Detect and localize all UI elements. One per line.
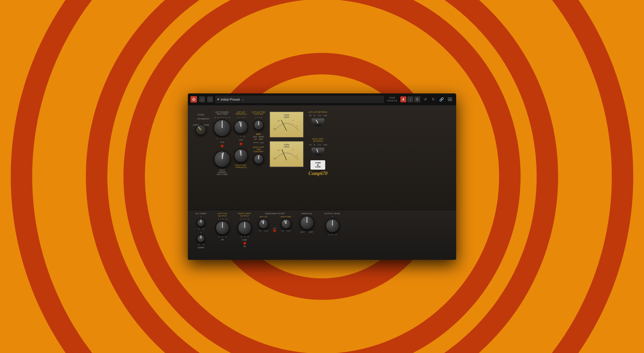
dry-wet-labels: DRY WET — [301, 231, 314, 233]
left-channel-scale-top: 201816141210 — [214, 117, 230, 118]
right-vert-metering-knob-container — [311, 147, 325, 156]
ab-b-button[interactable]: B — [414, 96, 420, 102]
power-icon: ⏻ — [192, 97, 195, 101]
right-vert-output-knob[interactable] — [238, 221, 252, 235]
right-vert-meter-labels: GR IN OUT HAR — [309, 144, 327, 146]
dc-thres-zero2: 0 — [200, 232, 202, 234]
vu-meters-col: -20 -10 0 +3 +6 OVERLOUD — [269, 108, 304, 207]
output-level-knob[interactable] — [325, 219, 339, 233]
gr-label: GR — [309, 115, 312, 117]
dc-thres-zero: 0 — [200, 216, 202, 218]
undo-button[interactable]: ↺ — [422, 96, 428, 102]
left-lat-output-knob[interactable] — [215, 221, 229, 235]
sidechain-knobs-row: LEFT-LAT OFF500Hz LINK — [258, 216, 291, 232]
sidechain-right-vert-knob[interactable] — [281, 219, 291, 229]
sidechain-link-col: LINK — [273, 227, 276, 232]
link-text: LINK — [260, 142, 264, 144]
redo-button[interactable]: ↻ — [430, 96, 436, 102]
left-channel-input-gain-knob[interactable] — [214, 119, 231, 137]
svg-text:+6: +6 — [296, 125, 298, 127]
right-vert-output-col: RIGHT-VERT OUTPUT -50+5+10 -10-15-20 LIN… — [235, 212, 255, 247]
title-bar: ⏻ ‹ › Initial Preset ⌄ SAVE SAVE AS A › … — [188, 93, 456, 106]
threshold-scale-bottom: 7810 — [237, 136, 245, 137]
ab-a-button[interactable]: A — [400, 96, 406, 102]
left-lat-output-scale-top: -50+5+10 — [217, 218, 228, 220]
dc-thres-harm-col: DC THRES 0 -10 +10 0 -10 +10 HARM — [192, 212, 210, 249]
sidechain-left-lat-knob[interactable] — [258, 219, 269, 229]
tune-icon: 🔗 — [439, 97, 444, 101]
svg-text:+6: +6 — [296, 155, 298, 157]
left-lat-threshold-link-led[interactable] — [240, 143, 242, 145]
harm-label: HARM — [198, 246, 204, 249]
dc-thres-label: DC THRES — [196, 212, 207, 215]
dc-thres-knob[interactable] — [197, 219, 205, 227]
preset-dot — [217, 99, 219, 100]
mode-losangeles-label: LOS ANGELES — [197, 118, 209, 120]
left-channel-link-led[interactable] — [221, 145, 223, 147]
preset-dropdown-arrow[interactable]: ⌄ — [241, 97, 244, 101]
right-channel-input-gain-knob[interactable] — [214, 151, 230, 168]
svg-text:+3: +3 — [292, 119, 294, 121]
right-vert-metering-knob[interactable] — [311, 147, 325, 156]
menu-button[interactable] — [447, 96, 453, 103]
output-level-zero: 0 — [332, 216, 333, 218]
right-vert-output-label: RIGHT-VERT OUTPUT — [235, 212, 255, 217]
time-scale-top: 2345 — [255, 117, 262, 118]
menu-line-2 — [448, 99, 452, 100]
right-vert-output-link-led[interactable] — [244, 242, 246, 244]
left-lat-metering-knob-container — [311, 118, 325, 127]
agc-area: AGC LEFT RIGHT LAT VERT — [253, 133, 264, 140]
rv-out-label: OUT — [317, 144, 321, 146]
left-lat-metering-knob[interactable] — [311, 118, 325, 127]
harm-knob[interactable] — [197, 235, 205, 243]
right-vert-time-knob[interactable] — [254, 154, 264, 164]
rv-har-label: HAR — [323, 144, 327, 146]
plugin-body: STUDIO LOS ANGELES LONDON MILAN LEFT CHA… — [188, 106, 456, 260]
in-label: IN — [314, 115, 316, 117]
save-group: SAVE SAVE AS — [387, 96, 397, 102]
mode-knob[interactable] — [196, 125, 206, 135]
undo-icon: ↺ — [424, 97, 427, 101]
left-lat-meter-labels: GR IN OUT HAR — [309, 115, 327, 117]
agc-label: AGC — [256, 133, 261, 135]
mode-selector-area: STUDIO LOS ANGELES LONDON MILAN — [193, 114, 209, 135]
overloud-logo: OVER ◆ LOUD — [310, 160, 325, 170]
preset-name-area[interactable]: Initial Preset ⌄ — [215, 96, 384, 103]
svg-text:+3: +3 — [292, 149, 294, 151]
nav-prev-button[interactable]: ‹ — [199, 96, 205, 102]
sidechain-rv-scale: OFF500Hz — [281, 230, 291, 232]
power-button[interactable]: ⏻ — [191, 96, 197, 103]
svg-text:-10: -10 — [277, 150, 280, 151]
left-channel-col: LEFT CHANNEL INPUT GAIN 201816141210 864… — [214, 108, 231, 207]
left-lat-threshold-knob[interactable] — [234, 120, 248, 134]
left-lat-output-col: LEFT-LAT OUTPUT -50+5+10 -10-15-20 dB — [213, 212, 232, 241]
right-vert-output-scale-top: -50+5+10 — [240, 218, 250, 220]
sidechain-link-led[interactable] — [273, 230, 276, 232]
save-as-label[interactable]: SAVE AS — [387, 99, 397, 102]
right-vert-threshold-knob[interactable] — [234, 149, 248, 163]
left-label: LEFT — [253, 136, 257, 138]
left-channel-knob-area: 201816141210 8642 — [214, 117, 231, 139]
sidechain-right-vert-label: RIGHT-VERT — [281, 216, 291, 218]
right-label: RIGHT — [259, 136, 264, 138]
dc-thres-scale: -10 +10 — [197, 228, 205, 230]
parallel-knob[interactable] — [300, 216, 314, 230]
left-channel-link-label: LINK — [220, 141, 225, 143]
ab-arrow: › — [407, 96, 413, 102]
dry-label: DRY — [301, 231, 305, 233]
chevron-left-icon: ‹ — [202, 98, 203, 101]
right-channel-label: RIGHT CHANNEL INPUT GAIN — [215, 169, 230, 175]
comp670-label: Comp670 — [308, 171, 327, 176]
upper-section: STUDIO LOS ANGELES LONDON MILAN LEFT CHA… — [188, 106, 456, 210]
sidechain-link-label: LINK — [273, 227, 276, 229]
output-level-scale: -15 dB +15 — [328, 234, 337, 235]
tune-button[interactable]: 🔗 — [438, 96, 444, 102]
right-vert-threshold-label: RIGHT-VERT THRESHOLD — [234, 164, 248, 169]
brand-area: OVER ◆ LOUD Comp670 — [308, 160, 327, 176]
nav-next-button[interactable]: › — [207, 96, 213, 102]
vu-meter-bottom: -20 -10 0 +3 +6 OVERLOUD — [269, 141, 304, 168]
save-label[interactable]: SAVE — [389, 96, 395, 99]
plugin-window: ⏻ ‹ › Initial Preset ⌄ SAVE SAVE AS A › … — [188, 93, 456, 260]
menu-line-3 — [448, 100, 452, 101]
left-lat-time-knob[interactable] — [254, 120, 264, 130]
